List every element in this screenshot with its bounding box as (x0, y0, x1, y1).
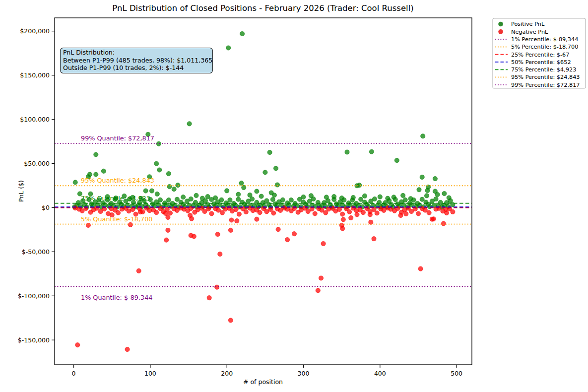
scatter-point (226, 46, 231, 50)
scatter-point (209, 197, 214, 201)
scatter-point (377, 200, 382, 204)
scatter-point (143, 189, 148, 193)
scatter-point (420, 175, 424, 179)
scatter-point (172, 187, 176, 192)
y-axis-label: PnL ($) (17, 180, 25, 202)
scatter-point (285, 238, 290, 242)
x-tick-label: 400 (374, 370, 386, 377)
scatter-point (361, 210, 365, 215)
scatter-point (158, 197, 162, 202)
scatter-point (438, 200, 443, 204)
annotation-line: Between P1-P99 (485 trades, 98%): $1,011… (63, 57, 212, 64)
scatter-point (350, 198, 355, 202)
legend-item-label: Negative PnL (511, 29, 548, 35)
scatter-point (313, 211, 317, 216)
scatter-point (280, 197, 285, 202)
y-tick-label: $50,000 (24, 160, 50, 167)
scatter-point (275, 183, 279, 187)
scatter-point (219, 197, 224, 202)
scatter-point (189, 233, 193, 238)
scatter-point (189, 196, 193, 201)
y-tick-label: $200,000 (20, 27, 50, 35)
scatter-point (263, 170, 267, 175)
scatter-point (289, 198, 293, 202)
legend-item-label: 95% Percentile: $24,843 (511, 74, 580, 80)
scatter-point (424, 194, 429, 198)
x-tick-label: 200 (221, 370, 233, 377)
scatter-point (94, 152, 98, 157)
pnl-distribution-figure: PnL Distribution of Closed Positions - F… (0, 0, 588, 392)
scatter-point (205, 195, 210, 199)
quantile-label-75%: 75% Quantile: $4,923 (81, 195, 150, 202)
y-tick-label: $-50,000 (22, 248, 50, 256)
scatter-point (228, 198, 232, 202)
scatter-point (187, 122, 192, 126)
scatter-point (435, 193, 440, 197)
legend-item-label: 75% Percentile: $4,923 (511, 66, 576, 73)
scatter-point (311, 196, 316, 201)
scatter-point (228, 318, 233, 323)
annotation-line: PnL Distribution: (63, 49, 115, 56)
scatter-point (297, 197, 302, 201)
scatter-point (258, 210, 262, 215)
scatter-point (168, 211, 172, 215)
scatter-point (347, 209, 352, 214)
scatter-point (427, 210, 431, 215)
scatter-point (259, 194, 263, 198)
scatter-point (128, 222, 132, 227)
scatter-point (434, 196, 438, 201)
scatter-point (420, 197, 424, 201)
scatter-point (166, 172, 171, 176)
scatter-point (416, 211, 420, 216)
scatter-point (421, 134, 425, 138)
scatter-point (442, 192, 447, 196)
scatter-point (228, 228, 233, 232)
scatter-point (236, 192, 241, 196)
scatter-point (332, 197, 336, 201)
pnl-scatter-chart: PnL Distribution of Closed Positions - F… (0, 0, 588, 392)
scatter-point (244, 209, 248, 214)
scatter-point (209, 211, 214, 216)
plot-area: 1% Quantile: $-89,3445% Quantile: $-18,7… (18, 18, 472, 377)
legend-item-label: 1% Percentile: $-89,344 (511, 36, 578, 43)
scatter-point (236, 197, 241, 201)
scatter-point (378, 195, 382, 199)
scatter-point (430, 217, 434, 221)
scatter-point (167, 185, 172, 189)
scatter-point (207, 296, 211, 300)
legend-marker-dot (498, 29, 503, 34)
scatter-point (140, 209, 145, 214)
legend-marker-dot (498, 22, 503, 27)
scatter-point (240, 31, 245, 36)
scatter-point (425, 188, 430, 193)
scatter-point (362, 194, 367, 198)
scatter-point (255, 217, 259, 221)
scatter-point (349, 215, 353, 220)
legend-item-label: 50% Percentile: $652 (511, 59, 571, 65)
annotation-line: Outside P1-P99 (10 trades, 2%): $-144 (63, 64, 184, 71)
scatter-point (155, 192, 159, 196)
scatter-point (149, 189, 154, 193)
legend-item-label: 25% Percentile: $-67 (511, 52, 569, 58)
scatter-point (340, 212, 345, 216)
scatter-point (267, 150, 272, 155)
scatter-point (359, 197, 363, 201)
legend-item-label: Positive PnL (511, 21, 545, 27)
x-tick-label: 300 (298, 370, 310, 377)
scatter-point (404, 211, 408, 216)
scatter-point (164, 238, 169, 242)
legend-item-label: 5% Percentile: $-18,700 (511, 44, 578, 50)
scatter-point (273, 166, 278, 171)
scatter-point (101, 169, 106, 173)
scatter-point (157, 168, 162, 172)
scatter-point (225, 189, 229, 193)
scatter-point (401, 193, 405, 197)
y-tick-label: $0 (42, 204, 50, 211)
quantile-label-95%: 95% Quantile: $24,843 (81, 177, 154, 184)
x-tick-label: 0 (72, 370, 76, 377)
scatter-point (181, 195, 186, 199)
scatter-point (194, 193, 198, 197)
scatter-point (372, 237, 376, 241)
scatter-point (324, 210, 328, 215)
quantile-label-99%: 99% Quantile: $72,817 (81, 134, 154, 142)
